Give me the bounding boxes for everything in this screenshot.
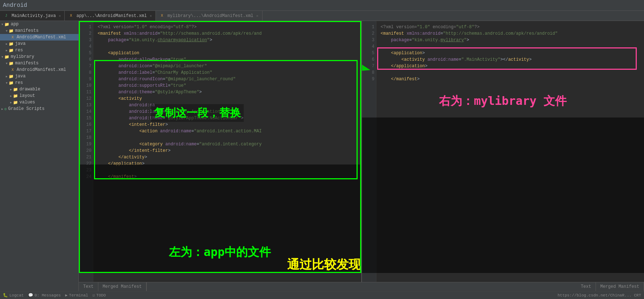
tab-lib-manifest[interactable]: X mylibrary\...\AndroidManifest.xml ✕ xyxy=(156,11,263,21)
arrow-layout: ▶ xyxy=(10,94,12,98)
lib-java-icon: 📁 xyxy=(9,74,14,79)
xml-file-icon-lib: X xyxy=(159,13,165,18)
arrow-mylibrary: ▼ xyxy=(1,55,3,59)
sidebar-item-values[interactable]: ▶ 📁 values xyxy=(0,99,78,106)
status-bar: 🐛 Logcat 💬 0: Messages ▶ Terminal ☑ TODO… xyxy=(0,291,644,299)
arrow-lib-manifests: ▼ xyxy=(6,62,8,65)
sidebar-item-lib-manifests[interactable]: ▼ 📁 manifests xyxy=(0,60,78,67)
sidebar-item-manifests[interactable]: ▼ 📁 manifests xyxy=(0,27,78,34)
sidebar-item-layout[interactable]: ▶ 📁 layout xyxy=(0,93,78,99)
tab-close-app-icon[interactable]: ✕ xyxy=(150,14,152,18)
bottom-tab-merged-left[interactable]: Merged Manifest xyxy=(98,282,146,291)
lib-manifests-icon: 📁 xyxy=(9,61,14,66)
arrow-lib-res: ▼ xyxy=(6,81,8,85)
res-folder-icon: 📁 xyxy=(9,48,14,53)
sidebar-item-app[interactable]: ▼ 📁 app xyxy=(0,21,78,27)
lib-res-icon: 📁 xyxy=(9,81,14,85)
sidebar-label-java: java xyxy=(15,41,26,46)
drawable-icon: 📁 xyxy=(13,87,18,92)
arrow-lib-java: ▶ xyxy=(6,75,8,78)
sidebar-item-app-manifest[interactable]: X AndroidManifest.xml xyxy=(0,34,78,40)
sidebar: ▼ 📁 app ▼ 📁 manifests X AndroidManifest.… xyxy=(0,21,79,291)
bottom-tabs-area: Text Merged Manifest Text Merged Manifes… xyxy=(79,282,644,291)
sidebar-item-lib-res[interactable]: ▼ 📁 res xyxy=(0,80,78,86)
values-icon: 📁 xyxy=(13,100,18,105)
terminal-icon: ▶ xyxy=(65,293,68,298)
java-file-icon: J xyxy=(4,13,9,18)
layout-icon: 📁 xyxy=(13,94,18,98)
sidebar-label-manifests: manifests xyxy=(15,28,39,33)
right-line-numbers: 12345 6789 xyxy=(362,21,376,282)
sidebar-label-mylibrary: mylibrary xyxy=(11,54,34,59)
bottom-tab-text-left[interactable]: Text xyxy=(79,282,98,291)
left-code-content[interactable]: <?xml version="1.0" encoding="utf-8"?> <… xyxy=(93,21,361,282)
sidebar-label-lib-manifest: AndroidManifest.xml xyxy=(17,67,66,72)
messages-icon: 💬 xyxy=(28,293,33,298)
status-messages[interactable]: 💬 0: Messages xyxy=(28,293,61,298)
sidebar-label-gradle: Gradle Scripts xyxy=(8,106,44,111)
right-code-area[interactable]: 12345 6789 <?xml version="1.0" encoding=… xyxy=(362,21,644,282)
todo-icon: ☑ xyxy=(93,293,95,298)
sidebar-label-app: app xyxy=(11,22,19,27)
app-manifest-icon: X xyxy=(10,35,15,40)
tab-app-manifest[interactable]: X app\...\AndroidManifest.xml ✕ xyxy=(65,11,155,21)
sidebar-label-lib-manifests: manifests xyxy=(15,61,39,66)
sidebar-item-mylibrary[interactable]: ▼ 📁 mylibrary xyxy=(0,54,78,60)
arrow-drawable: ▶ xyxy=(10,88,12,91)
sidebar-item-lib-java[interactable]: ▶ 📁 java xyxy=(0,73,78,80)
title-bar: Android xyxy=(0,0,644,11)
java-folder-icon: 📁 xyxy=(9,42,14,46)
status-bar-left: 🐛 Logcat 💬 0: Messages ▶ Terminal ☑ TODO xyxy=(3,293,106,298)
left-line-numbers: 12345 678910 1112131415 1617181920 21222… xyxy=(79,21,93,282)
sidebar-item-lib-manifest[interactable]: X AndroidManifest.xml xyxy=(0,67,78,73)
sidebar-label-layout: layout xyxy=(20,93,35,98)
arrow-app: ▼ xyxy=(1,23,3,26)
sidebar-label-lib-res: res xyxy=(15,80,23,85)
sidebar-item-java[interactable]: ▶ 📁 java xyxy=(0,40,78,47)
tab-bar: J MainActivity.java ✕ X app\...\AndroidM… xyxy=(0,11,644,21)
right-code-content[interactable]: <?xml version="1.0" encoding="utf-8"?> <… xyxy=(376,21,644,282)
lib-manifest-icon: X xyxy=(10,67,15,72)
sidebar-label-values: values xyxy=(20,100,35,105)
sidebar-item-drawable[interactable]: ▶ 📁 drawable xyxy=(0,86,78,93)
left-code-area[interactable]: 12345 678910 1112131415 1617181920 21222… xyxy=(79,21,361,282)
editors-container: 12345 678910 1112131415 1617181920 21222… xyxy=(79,21,644,282)
arrow-java: ▶ xyxy=(6,42,8,46)
bottom-tabs-left: Text Merged Manifest xyxy=(79,282,147,291)
left-pane: 12345 678910 1112131415 1617181920 21222… xyxy=(79,21,361,282)
sidebar-label-lib-java: java xyxy=(15,74,26,79)
gradle-icon: ⚙ xyxy=(4,107,7,111)
sidebar-label-app-manifest: AndroidManifest.xml xyxy=(17,35,66,40)
sidebar-item-gradle[interactable]: ▶ ⚙ Gradle Scripts xyxy=(0,106,78,112)
bottom-tab-text-right[interactable]: Text xyxy=(576,282,596,291)
mylibrary-icon: 📁 xyxy=(4,55,9,59)
arrow-gradle: ▶ xyxy=(1,107,3,111)
right-pane: 12345 6789 <?xml version="1.0" encoding=… xyxy=(362,21,644,282)
tab-close-icon[interactable]: ✕ xyxy=(59,14,61,18)
status-bar-right: https://blog.csdn.net/ChinaR... CRT xyxy=(558,293,641,298)
status-logcat[interactable]: 🐛 Logcat xyxy=(3,293,24,298)
tab-close-lib-icon[interactable]: ✕ xyxy=(256,14,259,18)
sidebar-label-drawable: drawable xyxy=(20,87,40,92)
app-icon: 📁 xyxy=(4,22,9,27)
manifests-icon: 📁 xyxy=(9,29,14,33)
editor-area: 12345 678910 1112131415 1617181920 21222… xyxy=(79,21,644,291)
arrow-manifests: ▼ xyxy=(6,29,8,33)
status-terminal[interactable]: ▶ Terminal xyxy=(65,293,88,298)
logcat-icon: 🐛 xyxy=(3,293,8,298)
bottom-tabs-right: Text Merged Manifest xyxy=(576,282,644,291)
sidebar-item-res[interactable]: ▶ 📁 res xyxy=(0,47,78,54)
arrow-values: ▶ xyxy=(10,101,12,104)
tab-main-activity[interactable]: J MainActivity.java ✕ xyxy=(0,11,65,21)
main-area: ▼ 📁 app ▼ 📁 manifests X AndroidManifest.… xyxy=(0,21,644,291)
title-bar-text: Android xyxy=(3,2,27,9)
xml-file-icon-app: X xyxy=(68,13,73,18)
sidebar-label-res: res xyxy=(15,48,23,53)
arrow-res: ▶ xyxy=(6,49,8,52)
bottom-tab-merged-right[interactable]: Merged Manifest xyxy=(596,282,644,291)
status-todo[interactable]: ☑ TODO xyxy=(93,293,106,298)
